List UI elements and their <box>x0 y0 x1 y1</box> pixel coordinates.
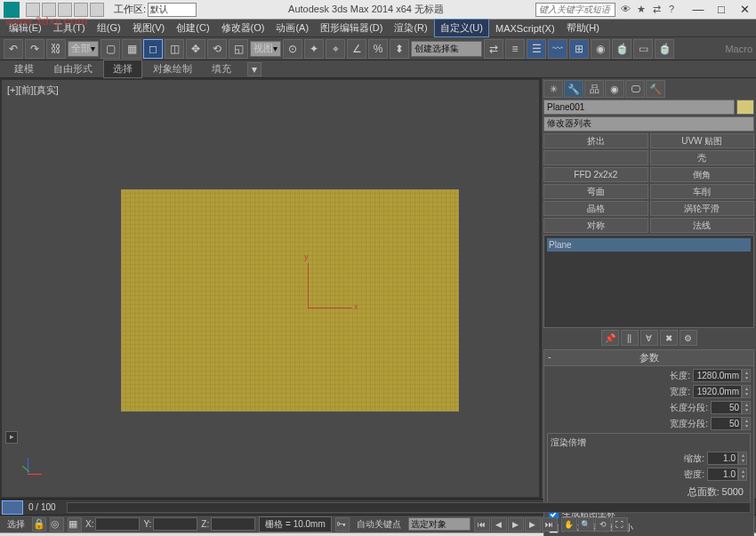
undo-icon[interactable]: ↶ <box>4 39 23 59</box>
density-input[interactable] <box>707 468 738 481</box>
next-frame-icon[interactable]: ▶ <box>525 517 541 532</box>
pin-stack-icon[interactable]: 📌 <box>601 330 619 346</box>
remove-mod-icon[interactable]: ✖ <box>660 330 678 346</box>
redo-icon[interactable]: ↷ <box>25 39 44 59</box>
btn-chamfer[interactable]: 倒角 <box>650 167 755 182</box>
menu-maxscript[interactable]: MAXScript(X) <box>490 21 560 36</box>
angle-snap-icon[interactable]: ∠ <box>347 39 366 59</box>
menu-render[interactable]: 渲染(R) <box>389 20 432 36</box>
density-spinner[interactable]: ▴▾ <box>738 468 747 481</box>
menu-help[interactable]: 帮助(H) <box>561 20 605 36</box>
goto-start-icon[interactable]: ⏮ <box>474 517 490 532</box>
app-logo-icon[interactable] <box>4 2 20 18</box>
btn-extrude[interactable]: 挤出 <box>543 133 648 148</box>
move-icon[interactable]: ✥ <box>186 39 205 59</box>
layer-icon[interactable]: ☰ <box>527 39 546 59</box>
menu-graph[interactable]: 图形编辑器(D) <box>315 20 388 36</box>
params-header[interactable]: 参数 <box>543 349 754 366</box>
tab-display-icon[interactable]: 🖵 <box>625 80 645 98</box>
viewport-canvas[interactable]: y x <box>5 96 535 493</box>
ribbon-config-icon[interactable]: ▾ <box>247 62 261 76</box>
material-icon[interactable]: ◉ <box>591 39 610 59</box>
percent-snap-icon[interactable]: % <box>368 39 388 59</box>
length-spinner[interactable]: ▴▾ <box>742 369 751 382</box>
qat-open-icon[interactable] <box>42 3 56 17</box>
scale-icon[interactable]: ◱ <box>229 39 248 59</box>
width-spinner[interactable]: ▴▾ <box>742 385 751 398</box>
btn-lathe[interactable]: 车削 <box>650 184 755 199</box>
qat-new-icon[interactable] <box>26 3 40 17</box>
menu-view[interactable]: 视图(V) <box>127 20 171 36</box>
named-set-select[interactable]: 创建选择集 <box>411 41 482 57</box>
mirror-icon[interactable]: ⇄ <box>484 39 503 59</box>
x-input[interactable] <box>95 517 140 531</box>
tab-motion-icon[interactable]: ◉ <box>605 80 624 98</box>
rotate-icon[interactable]: ⟲ <box>207 39 227 59</box>
select-region-icon[interactable]: ◻ <box>143 39 163 59</box>
search-input[interactable] <box>535 3 615 17</box>
z-input[interactable] <box>211 517 255 531</box>
viewport-expand-icon[interactable]: ▸ <box>5 431 18 444</box>
menu-create[interactable]: 创建(C) <box>171 20 214 36</box>
select-name-icon[interactable]: ▦ <box>122 39 141 59</box>
favorite-icon[interactable]: ★ <box>637 4 649 16</box>
close-button[interactable]: ✕ <box>733 1 756 19</box>
key-icon[interactable]: 🗝 <box>335 517 350 532</box>
pan-icon[interactable]: ✋ <box>561 517 577 532</box>
time-slider[interactable] <box>2 500 23 515</box>
transform-gizmo[interactable]: y x <box>281 263 352 316</box>
btn-lattice[interactable]: 晶格 <box>543 201 648 216</box>
refcoord-select[interactable]: 视图 ▾ <box>250 41 281 57</box>
render-setup-icon[interactable]: 🍵 <box>612 39 631 59</box>
config-sets-icon[interactable]: ⚙ <box>680 330 697 346</box>
play-icon[interactable]: ▶ <box>508 517 524 532</box>
autokey-button[interactable]: 自动关键点 <box>353 517 405 532</box>
select-icon[interactable]: ▢ <box>101 39 120 59</box>
object-name-input[interactable] <box>543 100 735 115</box>
menu-edit[interactable]: 编辑(E) <box>4 20 47 36</box>
window-cross-icon[interactable]: ◫ <box>165 39 184 59</box>
qat-undo-icon[interactable] <box>74 3 88 17</box>
help-icon[interactable]: ? <box>669 4 681 16</box>
y-input[interactable] <box>153 517 197 531</box>
pivot-icon[interactable]: ⊙ <box>283 39 302 59</box>
wsegs-input[interactable] <box>711 417 742 430</box>
binoculars-icon[interactable]: 👁 <box>621 4 633 16</box>
menu-anim[interactable]: 动画(A) <box>270 20 314 36</box>
minimize-button[interactable]: — <box>687 1 710 19</box>
ribbon-tab-select[interactable]: 选择 <box>103 60 142 78</box>
manip-icon[interactable]: ✦ <box>304 39 324 59</box>
stack-item-plane[interactable]: Plane <box>547 238 751 252</box>
btn-normal[interactable]: 法线 <box>650 218 755 233</box>
timeline-track[interactable] <box>67 502 751 513</box>
ribbon-tab-freeform[interactable]: 自由形式 <box>44 60 101 77</box>
gizmo-y-axis[interactable] <box>308 263 309 308</box>
btn-shell[interactable]: 壳 <box>650 150 755 165</box>
tab-hierarchy-icon[interactable]: 品 <box>584 80 604 98</box>
lsegs-input[interactable] <box>711 401 742 414</box>
btn-bend[interactable]: 弯曲 <box>543 184 648 199</box>
btn-symmetry[interactable]: 对称 <box>543 218 648 233</box>
btn-ffd[interactable]: FFD 2x2x2 <box>543 167 648 182</box>
modifier-stack[interactable]: Plane <box>543 235 754 328</box>
menu-group[interactable]: 组(G) <box>92 20 126 36</box>
scale-input[interactable] <box>707 452 738 465</box>
menu-custom[interactable]: 自定义(U) <box>434 19 489 37</box>
render-icon[interactable]: 🍵 <box>655 39 674 59</box>
ribbon-tab-populate[interactable]: 填充 <box>203 60 240 77</box>
tab-modify-icon[interactable]: 🔧 <box>564 80 583 98</box>
tab-utilities-icon[interactable]: 🔨 <box>646 80 665 98</box>
show-result-icon[interactable]: || <box>621 330 639 346</box>
snap-icon[interactable]: ⌖ <box>326 39 345 59</box>
keyfilter-select[interactable]: 选定对象 <box>408 517 470 531</box>
object-color-swatch[interactable] <box>736 100 754 115</box>
menu-tools[interactable]: 工具(T) <box>48 20 91 36</box>
ribbon-tab-modeling[interactable]: 建模 <box>5 60 43 77</box>
render-frame-icon[interactable]: ▭ <box>633 39 653 59</box>
btn-uvw[interactable]: UVW 贴图 <box>650 133 755 148</box>
goto-end-icon[interactable]: ⏭ <box>542 517 558 532</box>
btn-blank[interactable] <box>543 150 648 165</box>
scale-spinner[interactable]: ▴▾ <box>738 452 747 465</box>
qat-redo-icon[interactable] <box>90 3 104 17</box>
viewport-label[interactable]: [+][前][真实] <box>7 84 59 97</box>
